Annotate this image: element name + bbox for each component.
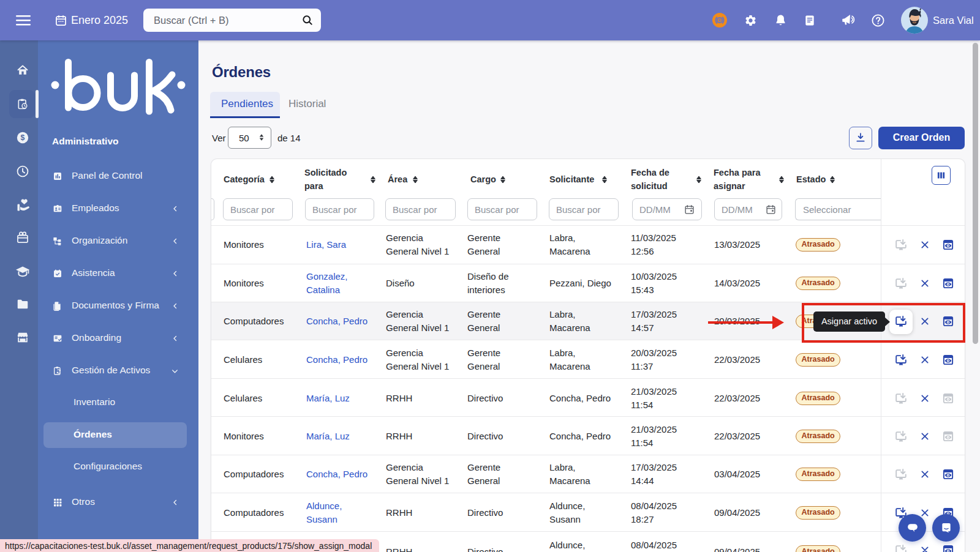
svg-text:$: $: [21, 133, 25, 142]
